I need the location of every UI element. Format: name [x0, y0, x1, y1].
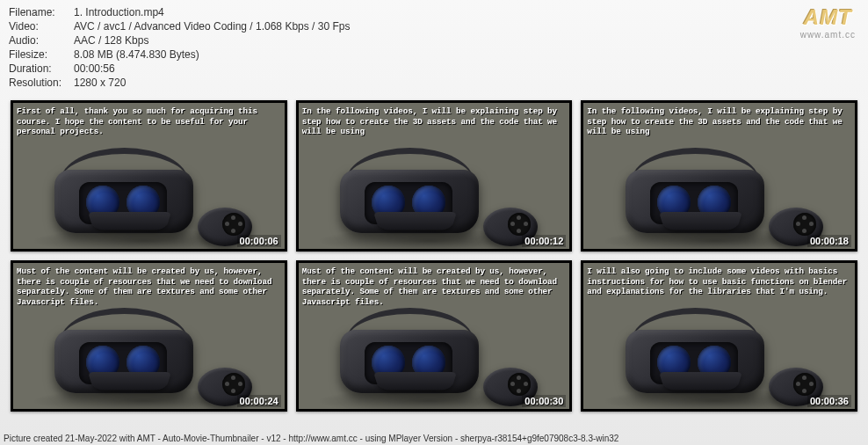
filesize-value: 8.08 MB (8.474.830 Bytes) — [74, 47, 199, 62]
thumbnail-grid: First of all, thank you so much for acqu… — [0, 93, 868, 419]
duration-value: 00:00:56 — [74, 62, 115, 76]
audio-value: AAC / 128 Kbps — [74, 33, 148, 47]
subtitle-text: In the following videos, I will be expla… — [587, 106, 851, 137]
video-value: AVC / avc1 / Advanced Video Coding / 1.0… — [74, 19, 350, 33]
resolution-label: Resolution: — [9, 76, 72, 90]
video-label: Video: — [9, 19, 72, 33]
timestamp: 00:00:30 — [522, 395, 566, 407]
timestamp: 00:00:36 — [807, 395, 851, 407]
thumbnail-6: I will also going to include some videos… — [581, 260, 857, 412]
thumbnail-5: Must of the content will be created by u… — [296, 260, 573, 412]
filename-value: 1. Introduction.mp4 — [74, 5, 164, 19]
audio-label: Audio: — [9, 33, 72, 47]
amt-logo: AMT www.amt.cc — [800, 5, 856, 40]
filename-label: Filename: — [9, 5, 72, 19]
timestamp: 00:00:18 — [807, 235, 851, 247]
timestamp: 00:00:24 — [237, 395, 281, 407]
subtitle-text: I will also going to include some videos… — [587, 266, 851, 297]
thumbnail-3: In the following videos, I will be expla… — [581, 100, 857, 252]
subtitle-text: First of all, thank you so much for acqu… — [17, 106, 281, 137]
thumbnail-2: In the following videos, I will be expla… — [296, 100, 573, 252]
filesize-label: Filesize: — [9, 47, 72, 62]
timestamp: 00:00:12 — [522, 235, 566, 247]
thumbnail-1: First of all, thank you so much for acqu… — [11, 100, 287, 252]
footer-text: Picture created 21-May-2022 with AMT - A… — [4, 434, 864, 443]
metadata-header: Filename:1. Introduction.mp4 Video:AVC /… — [0, 0, 868, 93]
subtitle-text: Must of the content will be created by u… — [302, 266, 567, 307]
subtitle-text: Must of the content will be created by u… — [17, 266, 281, 307]
logo-text: AMT — [800, 5, 856, 30]
timestamp: 00:00:06 — [237, 235, 281, 247]
thumbnail-4: Must of the content will be created by u… — [11, 260, 287, 412]
duration-label: Duration: — [9, 62, 72, 76]
resolution-value: 1280 x 720 — [74, 76, 126, 90]
logo-url: www.amt.cc — [800, 30, 856, 40]
subtitle-text: In the following videos, I will be expla… — [302, 106, 567, 137]
